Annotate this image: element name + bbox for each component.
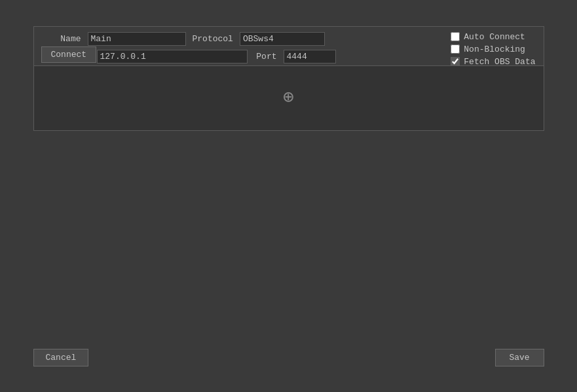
port-label: Port — [254, 52, 277, 62]
protocol-input[interactable] — [240, 32, 325, 46]
add-icon[interactable]: ⊕ — [283, 89, 294, 107]
spacer — [33, 131, 544, 342]
options-section: Auto Connect Non-Blocking Fetch OBS Data — [451, 32, 535, 67]
auto-connect-row: Auto Connect — [451, 32, 535, 42]
non-blocking-checkbox[interactable] — [451, 45, 460, 54]
protocol-label: Protocol — [193, 34, 233, 44]
non-blocking-row: Non-Blocking — [451, 45, 535, 54]
name-label: Name — [42, 34, 81, 44]
name-input[interactable] — [88, 32, 186, 46]
port-input[interactable] — [284, 50, 336, 63]
auto-connect-checkbox[interactable] — [451, 32, 460, 41]
main-window: Name Protocol IP Port Pas — [27, 20, 551, 373]
cancel-button[interactable]: Cancel — [33, 349, 89, 366]
name-protocol-row: Name Protocol — [42, 32, 445, 46]
bottom-bar: Cancel Save — [33, 349, 544, 366]
connect-button[interactable]: Connect — [41, 46, 97, 63]
ip-port-row: IP Port — [42, 50, 445, 63]
auto-connect-label: Auto Connect — [464, 32, 525, 42]
non-blocking-label: Non-Blocking — [464, 45, 525, 54]
content-panel: ⊕ — [33, 65, 544, 131]
save-button[interactable]: Save — [495, 349, 544, 366]
ip-input[interactable] — [97, 50, 248, 63]
